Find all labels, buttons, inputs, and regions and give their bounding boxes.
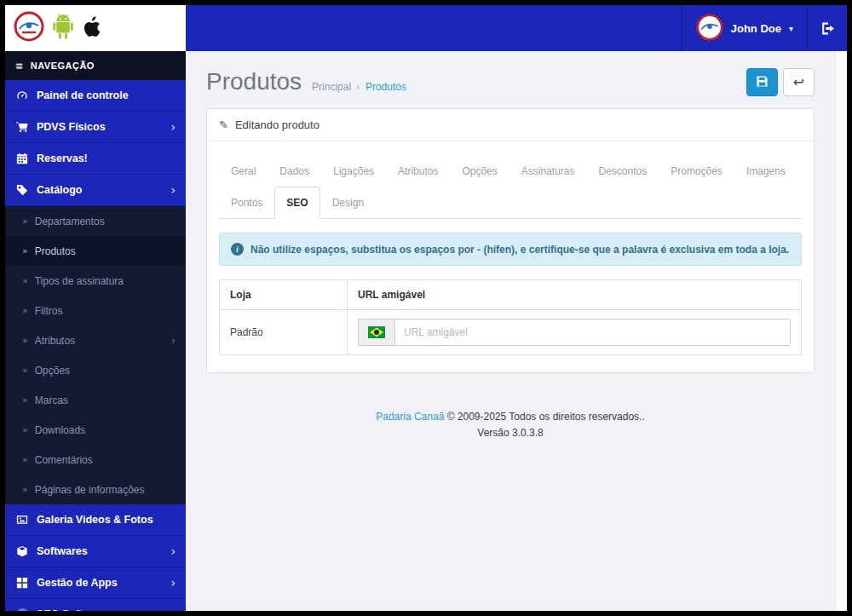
save-floppy-icon xyxy=(756,75,769,90)
cart-icon xyxy=(15,121,29,133)
brazil-flag-icon xyxy=(358,319,394,346)
image-icon xyxy=(15,514,29,526)
edit-product-panel: ✎ Editando produto Geral Dados Ligações … xyxy=(206,108,815,373)
tab-promocoes[interactable]: Promoções xyxy=(659,155,734,187)
tab-bar: Geral Dados Ligações Atributos Opções As… xyxy=(219,155,802,219)
tab-dados[interactable]: Dados xyxy=(268,155,321,187)
double-chevron-icon: » xyxy=(22,454,28,465)
panel-body: Geral Dados Ligações Atributos Opções As… xyxy=(207,141,814,372)
sidebar-header-label: NAVEGAÇÃO xyxy=(31,60,95,71)
pencil-icon: ✎ xyxy=(219,118,228,131)
back-arrow-icon: ↩ xyxy=(793,74,804,90)
save-button[interactable] xyxy=(746,68,778,96)
panel-heading: ✎ Editando produto xyxy=(207,109,814,141)
page-actions: ↩ xyxy=(746,66,815,96)
breadcrumb-current-link[interactable]: Produtos xyxy=(366,81,406,93)
url-input-group xyxy=(358,319,791,346)
topbar-right: John Doe ▾ xyxy=(682,5,847,51)
dashboard-icon xyxy=(15,89,29,101)
hamburger-icon: ≡ xyxy=(15,60,24,72)
sidebar-item-pdvs-fisicos[interactable]: PDVS Físicos › xyxy=(5,112,186,143)
brand-logo-box[interactable] xyxy=(5,5,186,51)
seo-url-input[interactable] xyxy=(394,319,791,346)
double-chevron-icon: » xyxy=(22,245,28,256)
double-chevron-icon: » xyxy=(22,424,28,435)
breadcrumb-home-link[interactable]: Principal xyxy=(312,81,351,93)
sidebar-item-departamentos[interactable]: » Departamentos xyxy=(5,206,186,236)
chevron-right-icon: › xyxy=(171,335,176,347)
tab-ligacoes[interactable]: Ligações xyxy=(321,155,386,187)
url-input-cell xyxy=(348,310,802,355)
column-header-loja: Loja xyxy=(220,280,348,310)
sidebar-item-seo-softwares[interactable]: G SEO Softwares › xyxy=(5,599,186,611)
sidebar-item-downloads[interactable]: » Downloads xyxy=(5,415,186,445)
sidebar-item-atributos[interactable]: » Atributos › xyxy=(5,325,186,355)
sidebar-item-gestao-de-apps[interactable]: Gestão de Apps › xyxy=(5,567,186,599)
tab-assinaturas[interactable]: Assinaturas xyxy=(509,155,587,187)
tab-imagens[interactable]: Imagens xyxy=(734,155,797,187)
tab-descontos[interactable]: Descontos xyxy=(587,155,659,187)
google-g-icon: G xyxy=(15,608,29,612)
scrollbar-track[interactable] xyxy=(835,51,847,611)
footer-copyright: Padaria Canaã © 2009-2025 Todos os direi… xyxy=(186,409,835,425)
main-content: Produtos Principal › Produtos ↩ xyxy=(186,51,835,611)
sidebar-item-reservas[interactable]: Reservas! xyxy=(5,143,186,175)
sidebar-item-softwares[interactable]: Softwares › xyxy=(5,536,186,567)
back-button[interactable]: ↩ xyxy=(783,68,815,96)
tab-pontos[interactable]: Pontos xyxy=(219,187,274,219)
info-alert: i Não utilize espaços, substitua os espa… xyxy=(219,233,802,266)
software-cube-icon xyxy=(15,545,29,557)
sidebar-item-tipos-de-assinatura[interactable]: » Tipos de assinatura xyxy=(5,266,186,296)
chevron-right-icon: › xyxy=(170,183,176,197)
app-window: John Doe ▾ ≡ NAVEGAÇÃO Pain xyxy=(0,0,852,616)
chevron-right-icon: › xyxy=(170,576,176,590)
brand-logo-icon xyxy=(14,11,44,45)
android-icon xyxy=(50,13,76,44)
sidebar-item-catalogo[interactable]: Catálogo › xyxy=(5,175,186,206)
apps-grid-icon xyxy=(15,577,29,589)
store-name-cell: Padrão xyxy=(220,310,348,355)
tag-icon xyxy=(15,184,29,196)
double-chevron-icon: » xyxy=(22,394,28,406)
chevron-right-icon: › xyxy=(170,607,176,611)
sidebar-item-paginas-de-informacoes[interactable]: » Páginas de informações xyxy=(5,475,186,504)
page-header: Produtos Principal › Produtos ↩ xyxy=(186,51,835,107)
tab-geral[interactable]: Geral xyxy=(219,155,268,187)
tab-design[interactable]: Design xyxy=(320,187,376,219)
breadcrumb-separator: › xyxy=(356,81,360,93)
logout-button[interactable] xyxy=(808,5,847,51)
double-chevron-icon: » xyxy=(22,275,28,286)
table-header-row: Loja URL amigável xyxy=(220,280,802,310)
sidebar-header: ≡ NAVEGAÇÃO xyxy=(5,51,186,80)
chevron-down-icon: ▾ xyxy=(789,24,793,33)
chevron-right-icon: › xyxy=(170,120,176,134)
double-chevron-icon: » xyxy=(22,305,28,316)
tab-opcoes[interactable]: Opções xyxy=(450,155,509,187)
breadcrumb: Principal › Produtos xyxy=(312,71,406,93)
sidebar-item-marcas[interactable]: » Marcas xyxy=(5,385,186,415)
info-alert-text: Não utilize espaços, substitua os espaço… xyxy=(250,244,789,256)
sidebar-item-filtros[interactable]: » Filtros xyxy=(5,296,186,325)
calendar-icon xyxy=(15,153,29,164)
tab-seo[interactable]: SEO xyxy=(274,187,320,219)
chevron-right-icon: › xyxy=(170,544,176,558)
sidebar-item-produtos[interactable]: » Produtos xyxy=(5,236,186,266)
sidebar-item-galeria-videos-fotos[interactable]: Galeria Videos & Fotos xyxy=(5,504,186,536)
double-chevron-icon: » xyxy=(22,216,28,227)
sidebar-item-comentarios[interactable]: » Comentários xyxy=(5,445,186,475)
sidebar-nav: Painel de controle PDVS Físicos › Reserv… xyxy=(5,80,186,611)
panel-heading-label: Editando produto xyxy=(235,118,320,131)
topbar: John Doe ▾ xyxy=(5,5,847,51)
footer-rights-text: © 2009-2025 Todos os direitos reservados… xyxy=(447,411,645,423)
apple-icon xyxy=(82,14,105,43)
sidebar-item-opcoes[interactable]: » Opções xyxy=(5,355,186,385)
double-chevron-icon: » xyxy=(22,335,28,346)
user-menu[interactable]: John Doe ▾ xyxy=(682,5,808,51)
footer-brand-link[interactable]: Padaria Canaã xyxy=(376,411,444,423)
tab-atributos[interactable]: Atributos xyxy=(386,155,450,187)
info-icon: i xyxy=(231,243,244,256)
footer: Padaria Canaã © 2009-2025 Todos os direi… xyxy=(186,409,835,441)
seo-url-table: Loja URL amigável Padrão xyxy=(219,279,802,355)
page-title: Produtos xyxy=(206,68,302,95)
sidebar-item-painel-de-controle[interactable]: Painel de controle xyxy=(5,80,186,112)
